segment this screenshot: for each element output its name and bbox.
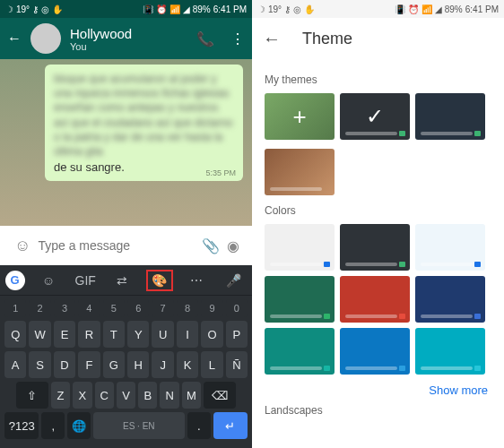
- theme-thumb[interactable]: [340, 328, 410, 375]
- period-key[interactable]: .: [187, 412, 211, 439]
- camera-icon[interactable]: ◉: [227, 237, 239, 254]
- key-z[interactable]: Z: [51, 382, 70, 409]
- key-c[interactable]: C: [95, 382, 114, 409]
- message-text-blurred: bloque que acumularon al poder y una riq…: [54, 72, 234, 159]
- key-r[interactable]: R: [78, 321, 100, 348]
- key-g[interactable]: G: [103, 351, 125, 378]
- emoji-icon[interactable]: ☺: [14, 237, 30, 255]
- back-arrow-icon[interactable]: ←: [263, 29, 281, 49]
- key-row-2: ASDFGHJKLÑ: [2, 351, 250, 378]
- keyboard-toolbar: G ☺ GIF ⇄ 🎨 ⋯ 🎤: [0, 265, 252, 296]
- more-keyboard-icon[interactable]: ⋯: [183, 273, 210, 288]
- theme-thumb[interactable]: [265, 276, 335, 323]
- key-5[interactable]: 5: [103, 299, 125, 317]
- whatsapp-chat-screen: ☽ 19° ⚷ ◎ ✋ 📳 ⏰ 📶 ◢ 89% 6:41 PM ← Hollyw…: [0, 0, 252, 448]
- enter-key[interactable]: ↵: [213, 412, 248, 439]
- theme-thumb[interactable]: [265, 224, 335, 271]
- header-text[interactable]: Hollywood You: [70, 26, 187, 52]
- back-arrow-icon[interactable]: ←: [7, 30, 22, 47]
- key-k[interactable]: K: [177, 351, 198, 378]
- chat-title: Hollywood: [70, 26, 187, 41]
- key-l[interactable]: L: [201, 351, 222, 378]
- mic-keyboard-icon[interactable]: 🎤: [220, 273, 247, 288]
- my-themes-label: My themes: [265, 73, 491, 86]
- theme-thumb[interactable]: [415, 224, 485, 271]
- theme-thumb[interactable]: [340, 276, 410, 323]
- key-u[interactable]: U: [152, 321, 173, 348]
- theme-thumb[interactable]: [415, 328, 485, 375]
- bottom-row: ?123 , 🌐 ES · EN . ↵: [2, 412, 250, 439]
- key-i[interactable]: I: [177, 321, 198, 348]
- avatar[interactable]: [30, 23, 61, 54]
- theme-thumb[interactable]: [415, 93, 485, 140]
- key-3[interactable]: 3: [54, 299, 75, 317]
- key-8[interactable]: 8: [177, 299, 198, 317]
- key-e[interactable]: E: [54, 321, 75, 348]
- status-bar: ☽ 19° ⚷ ◎ ✋ 📳 ⏰ 📶 ◢ 89% 6:41 PM: [0, 0, 252, 18]
- key-v[interactable]: V: [117, 382, 135, 409]
- message-time: 5:35 PM: [205, 168, 236, 177]
- chat-subtitle: You: [70, 41, 187, 52]
- show-more-link[interactable]: Show more: [268, 383, 488, 397]
- comma-key[interactable]: ,: [41, 412, 65, 439]
- key-9[interactable]: 9: [201, 299, 222, 317]
- backspace-key[interactable]: ⌫: [204, 382, 236, 409]
- translate-icon[interactable]: ⇄: [109, 273, 135, 288]
- chat-area[interactable]: bloque que acumularon al poder y una riq…: [0, 59, 252, 226]
- message-bubble[interactable]: bloque que acumularon al poder y una riq…: [45, 65, 243, 181]
- key-t[interactable]: T: [103, 321, 125, 348]
- colors-grid: [265, 224, 491, 375]
- key-j[interactable]: J: [152, 351, 173, 378]
- space-key[interactable]: ES · EN: [93, 412, 185, 439]
- key-row-3: ⇧ ZXCVBNM ⌫: [2, 382, 250, 409]
- key-1[interactable]: 1: [4, 299, 26, 317]
- key-q[interactable]: Q: [4, 321, 26, 348]
- symbols-key[interactable]: ?123: [4, 412, 39, 439]
- sticker-icon[interactable]: ☺: [35, 273, 62, 288]
- theme-palette-icon[interactable]: 🎨: [146, 270, 173, 291]
- key-b[interactable]: B: [138, 382, 157, 409]
- key-x[interactable]: X: [73, 382, 91, 409]
- shift-key[interactable]: ⇧: [16, 382, 48, 409]
- theme-thumb[interactable]: ✓: [340, 93, 410, 140]
- theme-thumb[interactable]: [415, 276, 485, 323]
- key-row-1: QWERTYUIOP: [2, 321, 250, 348]
- key-a[interactable]: A: [4, 351, 26, 378]
- call-icon[interactable]: 📞: [196, 30, 214, 47]
- key-4[interactable]: 4: [78, 299, 100, 317]
- more-icon[interactable]: ⋮: [230, 30, 245, 47]
- key-h[interactable]: H: [127, 351, 149, 378]
- key-w[interactable]: W: [29, 321, 50, 348]
- key-2[interactable]: 2: [29, 299, 50, 317]
- theme-thumb[interactable]: [265, 328, 335, 375]
- key-0[interactable]: 0: [226, 299, 248, 317]
- key-d[interactable]: D: [54, 351, 75, 378]
- lang-key[interactable]: 🌐: [67, 412, 91, 439]
- theme-thumb[interactable]: +: [265, 93, 335, 140]
- my-themes-grid: +✓: [265, 93, 491, 140]
- status-right: 📳 ⏰ 📶 ◢ 89% 6:41 PM: [143, 4, 247, 14]
- attach-icon[interactable]: 📎: [202, 237, 220, 254]
- key-6[interactable]: 6: [127, 299, 149, 317]
- key-n[interactable]: N: [160, 382, 178, 409]
- status-bar: ☽ 19° ⚷ ◎ ✋ 📳 ⏰ 📶 ◢ 89% 6:41 PM: [252, 0, 504, 18]
- key-7[interactable]: 7: [152, 299, 173, 317]
- theme-thumb[interactable]: [340, 224, 410, 271]
- key-f[interactable]: F: [78, 351, 100, 378]
- key-s[interactable]: S: [29, 351, 50, 378]
- key-o[interactable]: O: [201, 321, 222, 348]
- key-y[interactable]: Y: [127, 321, 149, 348]
- status-left: ☽ 19° ⚷ ◎ ✋: [5, 4, 63, 14]
- text-input[interactable]: [38, 238, 195, 253]
- key-ñ[interactable]: Ñ: [226, 351, 248, 378]
- theme-thumb[interactable]: [265, 149, 335, 195]
- key-m[interactable]: M: [182, 382, 201, 409]
- number-row: 1234567890: [2, 299, 250, 317]
- gif-button[interactable]: GIF: [72, 273, 99, 288]
- message-input[interactable]: ☺ 📎 ◉: [5, 229, 248, 262]
- google-icon[interactable]: G: [5, 271, 25, 290]
- my-themes-grid-2: [265, 149, 491, 195]
- keyboard-theme-screen: ☽ 19° ⚷ ◎ ✋ 📳 ⏰ 📶 ◢ 89% 6:41 PM ← Theme …: [252, 0, 504, 448]
- page-title: Theme: [302, 30, 352, 48]
- key-p[interactable]: P: [226, 321, 248, 348]
